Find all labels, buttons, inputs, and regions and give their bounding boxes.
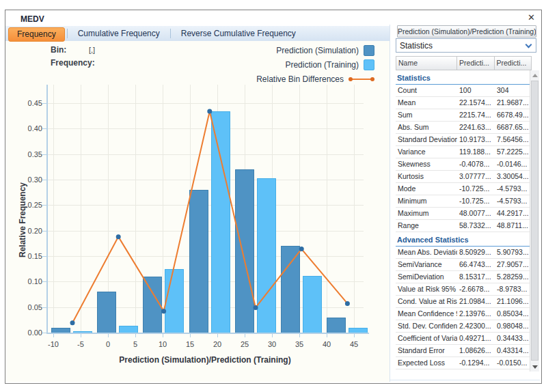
bar-training[interactable] <box>211 111 230 333</box>
y-axis <box>46 85 48 334</box>
table-row[interactable]: SemiVariance66.4743...27.9057... <box>396 259 532 271</box>
stat-value: 8.50929... <box>457 247 495 258</box>
table-row[interactable]: Std. Dev. Confidence ...2.42300...0.9804… <box>396 320 532 333</box>
scrollbar-thumb[interactable] <box>531 81 538 361</box>
stat-value: 0.85034... <box>495 308 532 320</box>
bar-training[interactable] <box>165 269 184 333</box>
table-row[interactable]: Kurtosis3.07777...3.30054... <box>396 171 532 183</box>
stat-name: Maximum <box>396 208 457 219</box>
gridline <box>53 85 54 333</box>
stat-value: 48.0077... <box>457 208 495 219</box>
stat-value: 0.34433... <box>495 333 532 344</box>
bar-simulation[interactable] <box>97 292 116 333</box>
stat-value: -4.5793... <box>495 183 532 195</box>
bar-simulation[interactable] <box>51 328 70 333</box>
stat-value: -0.4078... <box>457 158 495 170</box>
stat-value: 48.8711... <box>495 220 532 232</box>
stat-value: -0.0150... <box>495 357 532 369</box>
medv-window: MEDV ✕ Frequency Cumulative Frequency Re… <box>5 10 542 384</box>
statistics-panel: Prediction (Simulation)/Prediction (Trai… <box>390 25 540 382</box>
column-header-name[interactable]: Name <box>396 57 457 70</box>
table-row[interactable]: Cond. Value at Risk 9...21.0984...21.109… <box>396 296 532 308</box>
stat-value: 21.1096... <box>495 296 532 307</box>
table-row[interactable]: Count100304 <box>396 85 532 97</box>
scroll-up-icon[interactable] <box>530 70 539 80</box>
legend-item[interactable]: Prediction (Training) <box>256 57 374 72</box>
x-axis-title: Prediction (Simulation)/Prediction (Trai… <box>68 355 342 365</box>
gridline <box>46 180 364 180</box>
table-row[interactable]: Mean Confidence 95%2.13976...0.85034... <box>396 308 532 320</box>
legend-label: Prediction (Training) <box>285 60 359 70</box>
chart-legend: Prediction (Simulation)Prediction (Train… <box>256 43 374 86</box>
stat-value: 5.90793... <box>495 247 532 258</box>
legend-item[interactable]: Relative Bin Differences <box>256 72 374 86</box>
table-row[interactable]: Mean Abs. Deviation8.50929...5.90793... <box>396 247 532 259</box>
x-tick <box>108 334 109 337</box>
table-row[interactable]: Value at Risk 95%-2.6678...-8.9783... <box>396 283 532 296</box>
table-row[interactable]: Expected Loss-0.1294...-0.0150... <box>396 357 532 369</box>
table-row[interactable]: Standard Error1.08626...0.43314... <box>396 345 532 357</box>
table-row[interactable]: Sum2215.74...6678.49... <box>396 109 532 122</box>
series-header-button[interactable]: Prediction (Simulation)/Prediction (Trai… <box>397 25 536 38</box>
table-scrollbar[interactable] <box>530 70 539 372</box>
bar-simulation[interactable] <box>143 277 162 333</box>
tab-separator <box>67 29 68 38</box>
table-row[interactable]: Range58.7332...48.8711... <box>396 220 532 232</box>
y-tick-label: 0.20 <box>11 227 42 235</box>
stat-value: 2.42300... <box>457 320 495 332</box>
legend-item[interactable]: Prediction (Simulation) <box>256 43 374 57</box>
table-row[interactable]: Mean22.1574...21.9687... <box>396 97 532 109</box>
table-row[interactable]: Coefficient of Variation0.49271...0.3443… <box>396 333 532 345</box>
table-row[interactable]: Variance119.188...57.2225... <box>396 146 532 158</box>
stat-value: -10.725... <box>457 183 495 195</box>
line-point <box>345 301 350 306</box>
stat-name: Value at Risk 95% <box>396 283 457 295</box>
x-tick <box>245 334 245 337</box>
table-row[interactable]: Mode-10.725...-4.5793... <box>396 183 532 195</box>
gridline <box>135 85 136 333</box>
bar-simulation[interactable] <box>327 318 346 333</box>
bar-simulation[interactable] <box>235 169 254 333</box>
tab-reverse-cumulative-frequency[interactable]: Reverse Cumulative Frequency <box>173 26 304 41</box>
y-tick-label: 0.40 <box>11 124 42 132</box>
bar-training[interactable] <box>257 178 276 333</box>
bar-training[interactable] <box>303 276 322 333</box>
bar-training[interactable] <box>119 326 138 333</box>
column-header-prediction-1[interactable]: Predicti... <box>457 57 494 70</box>
statistics-dropdown[interactable]: Statistics <box>396 38 536 53</box>
scroll-down-icon[interactable] <box>530 362 539 372</box>
gridline <box>81 85 81 333</box>
stat-value: 6678.49... <box>495 109 532 121</box>
close-icon[interactable]: ✕ <box>528 13 535 23</box>
table-row[interactable]: Minimum-10.725...-4.5793... <box>396 195 532 208</box>
stat-name: Coefficient of Variation <box>396 333 457 344</box>
stat-value: 2.13976... <box>457 308 495 320</box>
table-row[interactable]: Standard Deviation10.9173...7.56456... <box>396 134 532 146</box>
table-row[interactable]: Abs. Sum2241.63...6687.65... <box>396 122 532 134</box>
bar-simulation[interactable] <box>189 190 208 333</box>
tab-frequency[interactable]: Frequency <box>8 27 65 42</box>
table-row[interactable]: SemiDeviation8.15317...5.28259... <box>396 271 532 283</box>
bar-training[interactable] <box>349 328 368 333</box>
table-row[interactable]: Maximum48.0077...44.2917... <box>396 208 532 220</box>
tab-bar: Frequency Cumulative Frequency Reverse C… <box>5 26 390 41</box>
table-row[interactable]: Skewness-0.4078...-0.0146... <box>396 158 532 171</box>
stat-value: 119.188... <box>457 146 495 158</box>
stat-value: -10.725... <box>457 195 495 207</box>
bar-training[interactable] <box>73 331 92 333</box>
table-section-header: Statistics <box>396 70 532 85</box>
stat-value: 2241.63... <box>457 122 495 133</box>
stat-name: Standard Deviation <box>396 134 457 145</box>
stat-value: -4.5793... <box>495 195 532 207</box>
bar-simulation[interactable] <box>281 246 300 333</box>
bin-value: [,] <box>89 46 95 54</box>
x-tick-label: 35 <box>286 340 313 348</box>
stat-name: Mode <box>396 183 457 195</box>
x-tick-label: 30 <box>258 340 286 348</box>
x-tick <box>190 334 191 337</box>
column-header-prediction-2[interactable]: Predicti... <box>495 57 531 70</box>
stat-value: 10.9173... <box>457 134 495 145</box>
statistics-table: StatisticsCount100304Mean22.1574...21.96… <box>396 70 532 372</box>
tab-cumulative-frequency[interactable]: Cumulative Frequency <box>70 26 168 41</box>
stat-name: Standard Error <box>396 345 457 356</box>
